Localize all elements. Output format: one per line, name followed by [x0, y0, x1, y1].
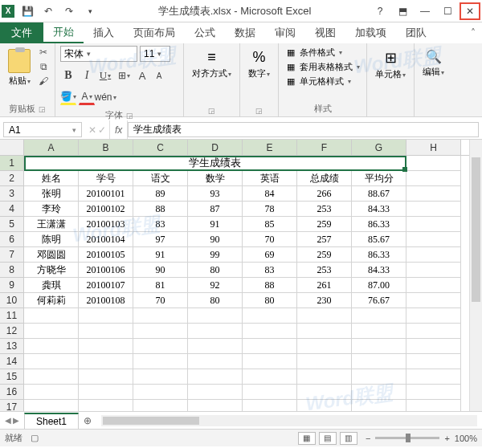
tab-file[interactable]: 文件	[0, 22, 43, 43]
cell[interactable]	[352, 400, 406, 411]
font-size-combo[interactable]: 11▾	[140, 46, 170, 62]
save-icon[interactable]: 💾	[18, 2, 37, 20]
paste-button[interactable]: 粘贴▾	[5, 46, 34, 90]
underline-button[interactable]: U▾	[97, 67, 113, 83]
cell[interactable]	[24, 339, 79, 354]
normal-view-icon[interactable]: ▦	[298, 432, 316, 445]
macro-record-icon[interactable]: ▢	[31, 433, 39, 443]
cell[interactable]	[133, 400, 188, 411]
row-header[interactable]: 6	[0, 232, 24, 247]
cell[interactable]	[352, 308, 406, 324]
cell[interactable]	[243, 400, 297, 411]
cell[interactable]	[406, 186, 461, 202]
cell[interactable]	[133, 308, 188, 324]
cell[interactable]	[406, 247, 461, 263]
cell[interactable]	[406, 263, 461, 278]
select-all-corner[interactable]	[0, 140, 24, 156]
cell[interactable]	[406, 400, 461, 411]
cell[interactable]	[243, 385, 297, 400]
italic-button[interactable]: I	[79, 67, 95, 83]
cell[interactable]	[188, 385, 243, 400]
cell[interactable]	[188, 308, 243, 324]
cancel-formula-icon[interactable]: ✕	[88, 124, 96, 136]
row-header[interactable]: 3	[0, 186, 24, 202]
cell[interactable]	[297, 324, 352, 339]
font-color-button[interactable]: A▾	[79, 89, 95, 105]
zoom-slider[interactable]	[375, 437, 439, 439]
cell[interactable]	[406, 324, 461, 339]
data-cell[interactable]: 20100108	[79, 293, 133, 308]
bold-button[interactable]: B	[60, 67, 76, 83]
data-cell[interactable]: 20100107	[79, 278, 133, 293]
qat-customize-icon[interactable]: ▾	[80, 2, 100, 20]
data-cell[interactable]: 89	[133, 186, 188, 202]
data-cell[interactable]: 88	[243, 278, 297, 293]
worksheet-grid[interactable]: ABCDEFGH 1234567891011121314151617 学生成绩表…	[0, 140, 482, 411]
cell[interactable]	[406, 369, 461, 385]
format-painter-icon[interactable]: 🖌	[37, 75, 50, 88]
cell[interactable]	[188, 354, 243, 369]
row-header[interactable]: 17	[0, 400, 24, 411]
table-format-button[interactable]: ▦套用表格格式▾	[284, 60, 362, 74]
cells-button[interactable]: ⊞ 单元格▾	[372, 46, 409, 83]
data-cell[interactable]: 266	[297, 186, 352, 202]
cell[interactable]	[297, 369, 352, 385]
data-cell[interactable]: 方晓华	[24, 263, 79, 278]
fill-color-button[interactable]: 🪣▾	[60, 89, 76, 105]
vertical-scrollbar[interactable]	[469, 140, 482, 411]
data-cell[interactable]: 90	[188, 232, 243, 247]
data-cell[interactable]: 261	[297, 278, 352, 293]
cell[interactable]	[24, 369, 79, 385]
data-cell[interactable]: 80	[188, 263, 243, 278]
minimize-icon[interactable]: —	[415, 2, 435, 20]
data-cell[interactable]: 20100101	[79, 186, 133, 202]
redo-icon[interactable]: ↷	[59, 2, 79, 20]
data-cell[interactable]: 69	[243, 247, 297, 263]
cell[interactable]	[188, 339, 243, 354]
cell[interactable]	[406, 385, 461, 400]
column-headers[interactable]: ABCDEFGH	[24, 140, 469, 156]
row-header[interactable]: 1	[0, 156, 24, 171]
tab-insert[interactable]: 插入	[84, 22, 124, 43]
row-header[interactable]: 5	[0, 217, 24, 232]
data-cell[interactable]: 70	[133, 293, 188, 308]
cell[interactable]	[352, 339, 406, 354]
cell[interactable]	[297, 354, 352, 369]
cell[interactable]	[406, 156, 461, 171]
zoom-level[interactable]: 100%	[455, 434, 477, 443]
number-button[interactable]: % 数字▾	[245, 46, 273, 83]
cell[interactable]	[24, 400, 79, 411]
header-cell[interactable]: 英语	[243, 171, 297, 186]
row-header[interactable]: 10	[0, 293, 24, 308]
undo-icon[interactable]: ↶	[39, 2, 58, 20]
data-cell[interactable]: 91	[188, 217, 243, 232]
tab-data[interactable]: 数据	[225, 22, 265, 43]
launcher-icon[interactable]: ◲	[255, 107, 263, 115]
horizontal-scrollbar[interactable]	[101, 415, 477, 426]
data-cell[interactable]: 80	[243, 293, 297, 308]
data-cell[interactable]: 20100106	[79, 263, 133, 278]
cell[interactable]	[406, 354, 461, 369]
cell[interactable]	[24, 385, 79, 400]
tab-team[interactable]: 团队	[396, 22, 436, 43]
data-cell[interactable]: 78	[243, 202, 297, 217]
data-cell[interactable]: 91	[133, 247, 188, 263]
data-cell[interactable]: 86.33	[352, 247, 406, 263]
cell[interactable]	[406, 339, 461, 354]
cell[interactable]	[406, 308, 461, 324]
cell[interactable]	[24, 354, 79, 369]
page-break-view-icon[interactable]: ▥	[340, 432, 357, 445]
tab-view[interactable]: 视图	[305, 22, 345, 43]
data-cell[interactable]: 257	[297, 232, 352, 247]
header-cell[interactable]: 学号	[79, 171, 133, 186]
font-name-combo[interactable]: 宋体▾	[60, 46, 137, 62]
cell[interactable]	[243, 339, 297, 354]
row-header[interactable]: 13	[0, 339, 24, 354]
data-cell[interactable]: 李玲	[24, 202, 79, 217]
title-cell[interactable]: 学生成绩表	[24, 156, 406, 171]
header-cell[interactable]: 姓名	[24, 171, 79, 186]
data-cell[interactable]: 76.67	[352, 293, 406, 308]
data-cell[interactable]: 88.67	[352, 186, 406, 202]
row-header[interactable]: 8	[0, 263, 24, 278]
row-header[interactable]: 15	[0, 369, 24, 385]
